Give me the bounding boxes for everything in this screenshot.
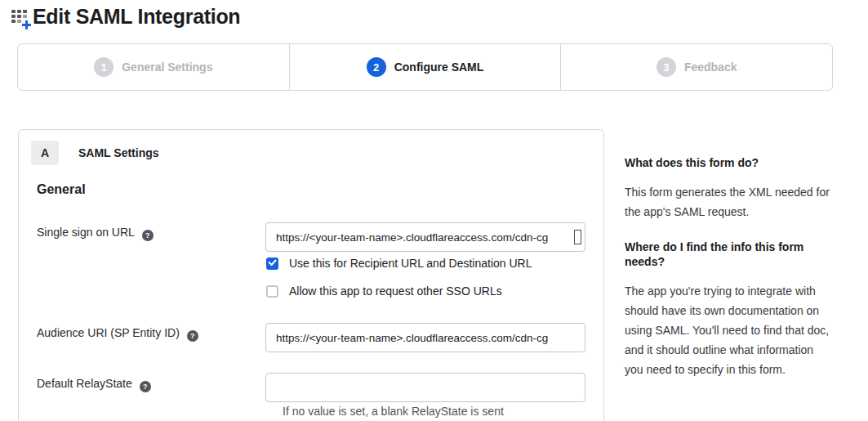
help-answer-1: This form generates the XML needed for t… (625, 182, 830, 222)
general-group-title: General (37, 182, 86, 197)
question-icon[interactable]: ? (142, 230, 154, 241)
question-icon[interactable]: ? (140, 381, 151, 392)
help-question-1: What does this form do? (625, 155, 830, 170)
step-number-badge: 3 (657, 57, 676, 77)
sso-url-label: Single sign on URL? (37, 226, 154, 241)
audience-uri-label: Audience URI (SP Entity ID)? (37, 326, 198, 342)
help-question-2: Where do I find the info this form needs… (625, 240, 830, 269)
sso-url-input[interactable] (265, 222, 585, 252)
section-header: A SAML Settings (31, 141, 159, 165)
checkbox-checked-icon[interactable] (266, 258, 278, 270)
step-number-badge: 1 (94, 57, 114, 77)
page-header: Edit SAML Integration (11, 5, 240, 29)
sso-url-input-wrap (265, 222, 585, 252)
help-sidebar: What does this form do? This form genera… (625, 155, 830, 397)
step-label: Feedback (684, 60, 737, 74)
step-label: General Settings (122, 60, 212, 74)
step-general-settings[interactable]: 1 General Settings (18, 44, 289, 90)
section-title: SAML Settings (78, 146, 159, 159)
text-cursor (574, 230, 581, 244)
relay-state-note: If no value is set, a blank RelayState i… (283, 405, 504, 418)
recipient-url-checkbox-label: Use this for Recipient URL and Destinati… (289, 257, 532, 270)
wizard-steps: 1 General Settings 2 Configure SAML 3 Fe… (17, 43, 833, 91)
other-sso-checkbox-label: Allow this app to request other SSO URLs (289, 284, 502, 298)
other-sso-checkbox-row[interactable]: Allow this app to request other SSO URLs (266, 284, 502, 298)
app-grid-add-icon (11, 9, 29, 27)
question-icon[interactable]: ? (187, 330, 198, 342)
section-letter-badge: A (31, 141, 59, 165)
audience-uri-input[interactable] (265, 323, 585, 352)
recipient-url-checkbox-row[interactable]: Use this for Recipient URL and Destinati… (266, 257, 532, 270)
plus-icon (22, 20, 31, 29)
saml-settings-panel: A SAML Settings General Single sign on U… (18, 129, 604, 421)
help-answer-2: The app you're trying to integrate with … (625, 281, 830, 379)
step-label: Configure SAML (394, 60, 484, 74)
step-number-badge: 2 (367, 57, 386, 77)
relay-state-label: Default RelayState? (37, 377, 151, 392)
page-title: Edit SAML Integration (33, 5, 240, 29)
checkbox-unchecked-icon[interactable] (266, 285, 278, 298)
step-feedback[interactable]: 3 Feedback (560, 44, 832, 90)
step-configure-saml[interactable]: 2 Configure SAML (289, 44, 561, 90)
relay-state-input[interactable] (265, 373, 585, 402)
